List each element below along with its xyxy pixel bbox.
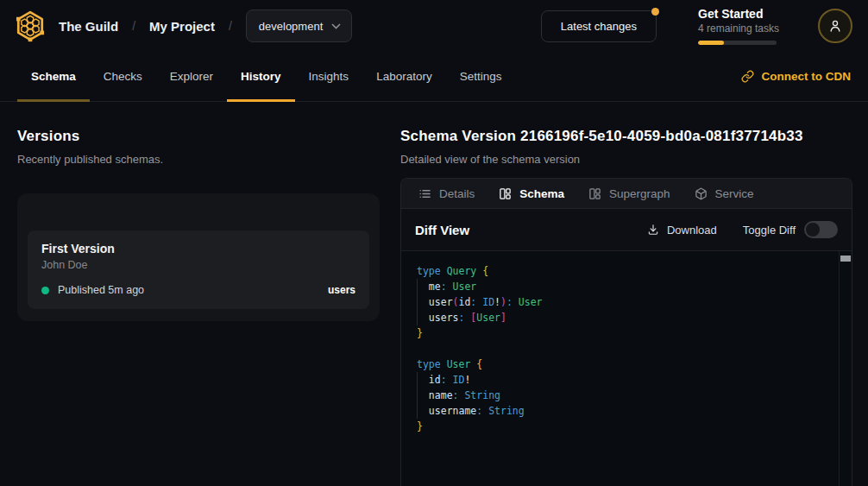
versions-column: Versions Recently published schemas. Fir…: [17, 128, 380, 486]
breadcrumb-separator: /: [229, 19, 232, 33]
detail-tab-schema[interactable]: Schema: [499, 187, 564, 200]
notification-dot: [651, 8, 659, 16]
latest-changes-button[interactable]: Latest changes: [541, 10, 657, 42]
schema-detail-panel: Details Schema: [400, 178, 852, 486]
connect-to-cdn-link[interactable]: Connect to CDN: [741, 52, 852, 101]
diff-view-header: Diff View Download Toggle D: [401, 209, 852, 251]
breadcrumb-org[interactable]: The Guild: [59, 19, 118, 34]
code-line: users: [User]: [417, 310, 838, 325]
breadcrumb-project[interactable]: My Project: [149, 19, 215, 34]
schema-version-subtitle: Detailed view of the schema version: [400, 153, 852, 166]
code-line: me: User: [417, 279, 838, 294]
tab-history[interactable]: History: [227, 52, 295, 101]
environment-select-value: development: [259, 20, 323, 33]
diff-view-title: Diff View: [415, 223, 469, 237]
tab-settings[interactable]: Settings: [446, 52, 516, 101]
detail-tab-supergraph[interactable]: Supergraph: [588, 187, 670, 200]
schema-sdl-viewer[interactable]: type Query { me: User user(id: ID!): Use…: [401, 251, 852, 486]
columns-icon: [499, 187, 512, 200]
toggle-diff-label: Toggle Diff: [743, 224, 796, 237]
diff-view-actions: Download Toggle Diff: [647, 221, 838, 238]
main-content: Versions Recently published schemas. Fir…: [0, 102, 868, 486]
code-line: type User {: [417, 357, 838, 372]
version-meta-row: Published 5m ago users: [41, 284, 355, 296]
detail-tab-service[interactable]: Service: [695, 187, 754, 200]
code-line: id: ID!: [417, 372, 838, 388]
code-line: name: String: [417, 388, 838, 403]
get-started-widget[interactable]: Get Started 4 remaining tasks: [698, 7, 777, 45]
link-icon: [741, 70, 754, 83]
user-avatar[interactable]: [818, 9, 852, 43]
versions-title: Versions: [17, 128, 380, 145]
tab-schema[interactable]: Schema: [17, 52, 90, 101]
get-started-subtitle: 4 remaining tasks: [698, 22, 777, 35]
schema-version-title: Schema Version 2166196f-5e10-4059-bd0a-0…: [400, 128, 852, 145]
latest-changes-label: Latest changes: [561, 20, 637, 33]
version-status: Published 5m ago: [58, 284, 144, 296]
breadcrumb: The Guild / My Project /: [59, 19, 232, 34]
scrollbar-thumb[interactable]: [840, 256, 851, 262]
person-icon: [827, 18, 843, 34]
published-status-dot: [41, 287, 49, 294]
chevron-down-icon: [331, 23, 341, 29]
download-icon: [647, 224, 659, 236]
versions-list-card: First Version John Doe Published 5m ago …: [17, 193, 380, 321]
list-icon: [418, 187, 431, 200]
get-started-progressbar: [698, 41, 777, 45]
detail-tab-bar: Details Schema: [401, 179, 852, 209]
breadcrumb-separator: /: [132, 19, 135, 33]
code-scrollbar[interactable]: [839, 251, 852, 486]
columns-icon: [588, 187, 601, 200]
toggle-diff-control: Toggle Diff: [743, 221, 838, 238]
top-header: The Guild / My Project / development Lat…: [0, 0, 868, 52]
get-started-title: Get Started: [698, 7, 777, 21]
toggle-diff-switch[interactable]: [804, 221, 838, 238]
cube-icon: [695, 187, 708, 200]
switch-knob: [806, 223, 820, 237]
code-line: type Query {: [417, 263, 838, 279]
version-name: First Version: [41, 242, 355, 256]
code-line: }: [417, 325, 838, 341]
versions-subtitle: Recently published schemas.: [17, 153, 380, 166]
environment-select[interactable]: development: [246, 9, 352, 42]
code-line: [417, 341, 838, 357]
code-line: username: String: [417, 403, 838, 419]
tab-explorer[interactable]: Explorer: [156, 52, 227, 101]
code-line: }: [417, 419, 838, 434]
target-nav-tabs: Schema Checks Explorer History Insights …: [0, 52, 868, 102]
schema-version-column: Schema Version 2166196f-5e10-4059-bd0a-0…: [400, 128, 852, 486]
code-lines: type Query { me: User user(id: ID!): Use…: [417, 263, 838, 434]
tab-laboratory[interactable]: Laboratory: [362, 52, 446, 101]
version-service-badge: users: [328, 284, 355, 296]
version-list-item[interactable]: First Version John Doe Published 5m ago …: [28, 230, 369, 309]
code-line: user(id: ID!): User: [417, 294, 838, 310]
detail-tab-details[interactable]: Details: [418, 187, 475, 200]
version-author: John Doe: [41, 259, 355, 271]
download-button[interactable]: Download: [647, 224, 717, 237]
hive-logo-icon[interactable]: [14, 9, 47, 42]
tab-checks[interactable]: Checks: [90, 52, 156, 101]
tab-insights[interactable]: Insights: [295, 52, 363, 101]
progress-fill: [698, 41, 724, 45]
